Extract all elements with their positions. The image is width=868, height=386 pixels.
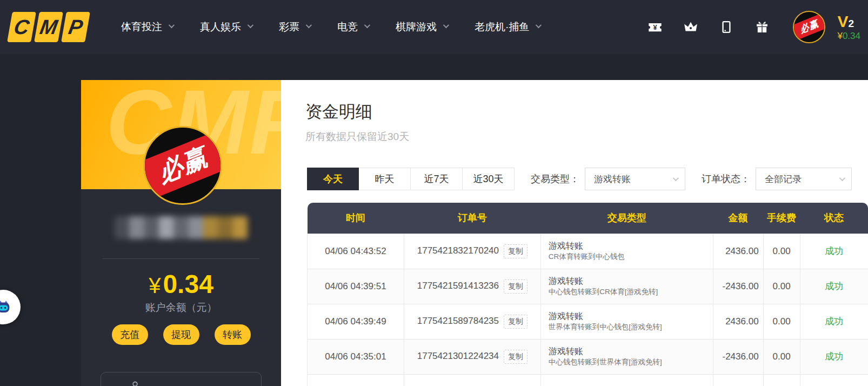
cell-amount: -2436.00 bbox=[713, 339, 763, 374]
chevron-down-icon bbox=[169, 22, 175, 28]
svg-text:¥: ¥ bbox=[653, 23, 658, 31]
selected-value: 全部记录 bbox=[765, 173, 802, 185]
user-avatar[interactable]: 必赢 bbox=[793, 11, 825, 43]
page-subtitle: 所有数据只保留近30天 bbox=[305, 130, 409, 144]
nav-item-slots-fishing[interactable]: 老虎机·捕鱼 bbox=[475, 20, 540, 34]
logo-letter: M bbox=[34, 12, 63, 42]
type-desc: 中心钱包转账到世界体育[游戏免转] bbox=[549, 357, 707, 368]
type-desc: 中心钱包转账到CR体育[游戏免转] bbox=[549, 287, 707, 297]
copy-button[interactable]: 复制 bbox=[504, 315, 528, 329]
logo-letter: C bbox=[7, 12, 36, 42]
cell-status: 成功 bbox=[800, 339, 868, 374]
cell-time: 04/06 04:43:52 bbox=[308, 234, 404, 269]
nav-item-label: 老虎机·捕鱼 bbox=[475, 20, 529, 34]
order-id: 1775421591413236 bbox=[417, 281, 499, 291]
user-meta[interactable]: V2 ¥0.34 bbox=[837, 12, 860, 42]
col-header-time: 时间 bbox=[308, 203, 404, 234]
chevron-down-icon bbox=[536, 22, 542, 28]
nav-item-live-casino[interactable]: 真人娱乐 bbox=[200, 20, 252, 34]
person-icon bbox=[129, 380, 141, 386]
cell-status: 成功 bbox=[800, 304, 868, 339]
cell-type: 游戏转账中心钱包转账到世界体育[游戏免转] bbox=[540, 339, 713, 374]
order-status-select[interactable]: 全部记录 bbox=[756, 168, 852, 190]
date-range-tabs: 今天 昨天 近7天 近30天 bbox=[307, 168, 515, 190]
vip-crown-icon[interactable] bbox=[683, 19, 699, 35]
col-header-amount: 金额 bbox=[713, 203, 763, 234]
navbar-right: ¥ 必赢 V2 ¥0.34 bbox=[647, 0, 860, 54]
type-desc: CR体育转账到中心钱包 bbox=[549, 252, 707, 262]
cell-time: 04/06 04:35:01 bbox=[308, 339, 404, 374]
cell-order-id: 1775421591413236复制 bbox=[404, 269, 540, 304]
cell-amount: 2436.00 bbox=[713, 234, 763, 269]
cell-type: 游戏转账CR体育转账到中心钱包 bbox=[540, 234, 713, 269]
cell-order-id: 1775421589784235复制 bbox=[404, 304, 540, 339]
type-main: 游戏转账 bbox=[549, 275, 707, 287]
cell-time: 04/06 04:39:49 bbox=[308, 304, 404, 339]
page: C M P 体育投注 真人娱乐 彩票 电竞 棋牌游戏 老虎机·捕鱼 ¥ bbox=[0, 0, 868, 386]
cell-order-id: 1775421832170240复制 bbox=[404, 234, 540, 269]
chevron-down-icon bbox=[248, 22, 253, 28]
nav-item-label: 体育投注 bbox=[121, 20, 162, 34]
transfer-button[interactable]: 转账 bbox=[215, 324, 251, 345]
order-status-label: 订单状态： bbox=[702, 172, 750, 185]
nav-item-esports[interactable]: 电竞 bbox=[337, 20, 369, 34]
balance-label: 账户余额（元） bbox=[81, 301, 281, 315]
tab-yesterday[interactable]: 昨天 bbox=[359, 168, 411, 190]
top-navbar: C M P 体育投注 真人娱乐 彩票 电竞 棋牌游戏 老虎机·捕鱼 ¥ bbox=[0, 0, 868, 54]
withdraw-button[interactable]: 提现 bbox=[163, 324, 199, 345]
tab-last-7-days[interactable]: 近7天 bbox=[411, 168, 463, 190]
brand-logo[interactable]: C M P bbox=[10, 12, 88, 42]
copy-button[interactable]: 复制 bbox=[504, 279, 528, 294]
wallet-actions: 充值 提现 转账 bbox=[81, 324, 281, 345]
nav-item-lottery[interactable]: 彩票 bbox=[279, 20, 310, 34]
col-header-type: 交易类型 bbox=[540, 203, 713, 234]
logo-letter: P bbox=[61, 12, 90, 42]
voucher-icon[interactable]: ¥ bbox=[647, 19, 663, 35]
deposit-button[interactable]: 充值 bbox=[112, 324, 148, 345]
filter-row: 今天 昨天 近7天 近30天 交易类型： 游戏转账 订单状态： 全部记录 bbox=[307, 168, 852, 190]
cell-amount: 2436.00 bbox=[713, 304, 763, 339]
type-main: 游戏转账 bbox=[549, 240, 707, 252]
selected-value: 游戏转账 bbox=[594, 173, 631, 185]
vip-level: V2 bbox=[837, 12, 854, 30]
order-id: 1775421589784235 bbox=[417, 316, 499, 326]
type-main: 游戏转账 bbox=[549, 310, 707, 322]
page-title: 资金明细 bbox=[305, 101, 372, 123]
chevron-down-icon bbox=[306, 22, 312, 28]
robot-cat-icon bbox=[0, 298, 12, 316]
cell-fee: 0.00 bbox=[763, 269, 800, 304]
cell-status: 成功 bbox=[800, 234, 868, 269]
nav-item-board-games[interactable]: 棋牌游戏 bbox=[396, 20, 448, 34]
username-redacted bbox=[115, 216, 248, 239]
account-sidebar: CMP 必赢 ¥0.34 账户余额（元） 充值 提现 转账 bbox=[81, 80, 281, 386]
nav-item-sports[interactable]: 体育投注 bbox=[121, 20, 173, 34]
header-balance: ¥0.34 bbox=[837, 31, 860, 42]
cell-type: 游戏转账中心钱包转账到CR体育[游戏免转] bbox=[540, 269, 713, 304]
cell-fee: 0.00 bbox=[763, 339, 800, 374]
table-row: 04/06 04:39:49 1775421589784235复制 游戏转账世界… bbox=[308, 304, 868, 339]
order-id: 1775421832170240 bbox=[417, 245, 499, 256]
table-row: 04/06 04:39:51 1775421591413236复制 游戏转账中心… bbox=[308, 269, 868, 304]
col-header-status: 状态 bbox=[800, 203, 868, 234]
copy-button[interactable]: 复制 bbox=[504, 244, 528, 258]
gift-icon[interactable] bbox=[754, 19, 770, 35]
chevron-down-icon bbox=[364, 22, 370, 28]
transaction-type-select[interactable]: 游戏转账 bbox=[585, 168, 685, 190]
tab-last-30-days[interactable]: 近30天 bbox=[463, 168, 515, 190]
nav-item-label: 棋牌游戏 bbox=[396, 20, 437, 34]
table-row bbox=[308, 374, 868, 386]
cell-type: 游戏转账世界体育转账到中心钱包[游戏免转] bbox=[540, 304, 713, 339]
chevron-down-icon bbox=[673, 175, 679, 181]
tab-today[interactable]: 今天 bbox=[307, 168, 359, 190]
profile-avatar[interactable]: 必赢 bbox=[143, 126, 222, 205]
cell-amount: -2436.00 bbox=[713, 269, 763, 304]
table-header: 时间 订单号 交易类型 金额 手续费 状态 bbox=[308, 203, 868, 234]
mobile-app-icon[interactable] bbox=[718, 19, 735, 35]
customer-service-widget[interactable] bbox=[0, 290, 21, 324]
sidebar-menu-item[interactable] bbox=[101, 372, 262, 386]
chevron-down-icon bbox=[443, 22, 449, 28]
copy-button[interactable]: 复制 bbox=[504, 350, 528, 364]
funds-detail-panel: 资金明细 所有数据只保留近30天 今天 昨天 近7天 近30天 交易类型： 游戏… bbox=[281, 80, 868, 386]
avatar-logo: 必赢 bbox=[143, 128, 222, 204]
nav-item-label: 彩票 bbox=[279, 20, 299, 34]
